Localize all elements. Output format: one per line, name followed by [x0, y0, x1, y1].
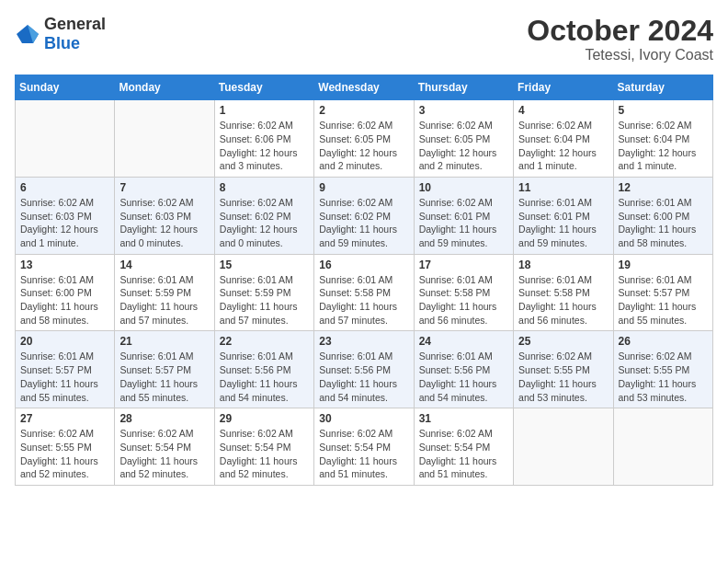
day-info: Sunrise: 6:01 AMSunset: 5:59 PMDaylight:… — [220, 273, 309, 327]
calendar-cell: 6Sunrise: 6:02 AMSunset: 6:03 PMDaylight… — [16, 177, 115, 254]
day-info: Sunrise: 6:01 AMSunset: 5:57 PMDaylight:… — [20, 350, 109, 404]
calendar-cell: 1Sunrise: 6:02 AMSunset: 6:06 PMDaylight… — [214, 100, 313, 178]
day-number: 18 — [518, 259, 608, 271]
day-info: Sunrise: 6:02 AMSunset: 5:54 PMDaylight:… — [419, 427, 508, 481]
day-info: Sunrise: 6:01 AMSunset: 6:01 PMDaylight:… — [518, 196, 608, 250]
day-number: 13 — [20, 259, 109, 271]
day-number: 24 — [419, 335, 508, 348]
calendar-cell: 31Sunrise: 6:02 AMSunset: 5:54 PMDayligh… — [414, 408, 513, 486]
day-number: 11 — [518, 181, 608, 194]
calendar-cell: 9Sunrise: 6:02 AMSunset: 6:02 PMDaylight… — [314, 177, 414, 254]
calendar-cell: 8Sunrise: 6:02 AMSunset: 6:02 PMDaylight… — [214, 177, 313, 254]
calendar-cell: 15Sunrise: 6:01 AMSunset: 5:59 PMDayligh… — [214, 254, 313, 331]
day-number: 8 — [220, 181, 309, 194]
calendar-row: 20Sunrise: 6:01 AMSunset: 5:57 PMDayligh… — [16, 331, 713, 408]
calendar-cell — [613, 408, 712, 486]
day-number: 2 — [319, 104, 408, 117]
calendar-row: 1Sunrise: 6:02 AMSunset: 6:06 PMDaylight… — [16, 100, 713, 178]
calendar-cell: 5Sunrise: 6:02 AMSunset: 6:04 PMDaylight… — [613, 100, 712, 178]
day-number: 3 — [419, 104, 508, 117]
day-number: 26 — [619, 335, 708, 348]
day-info: Sunrise: 6:02 AMSunset: 5:54 PMDaylight:… — [220, 427, 309, 481]
day-number: 31 — [419, 412, 508, 425]
logo: General Blue — [15, 15, 106, 53]
weekday-header: Saturday — [613, 75, 712, 100]
calendar-cell: 3Sunrise: 6:02 AMSunset: 6:05 PMDaylight… — [414, 100, 513, 178]
page-header: General Blue October 2024 Tetessi, Ivory… — [15, 15, 713, 63]
day-number: 6 — [20, 181, 109, 194]
day-info: Sunrise: 6:02 AMSunset: 5:55 PMDaylight:… — [619, 350, 708, 404]
calendar-cell — [115, 100, 214, 178]
day-number: 16 — [319, 259, 408, 271]
day-number: 12 — [619, 181, 708, 194]
calendar-table: SundayMondayTuesdayWednesdayThursdayFrid… — [15, 75, 713, 486]
day-number: 14 — [119, 259, 209, 271]
calendar-cell: 23Sunrise: 6:01 AMSunset: 5:56 PMDayligh… — [314, 331, 414, 408]
calendar-cell: 21Sunrise: 6:01 AMSunset: 5:57 PMDayligh… — [115, 331, 214, 408]
day-info: Sunrise: 6:01 AMSunset: 5:59 PMDaylight:… — [119, 273, 209, 327]
weekday-header: Thursday — [414, 75, 513, 100]
day-info: Sunrise: 6:02 AMSunset: 6:04 PMDaylight:… — [619, 119, 708, 173]
logo-icon — [15, 21, 40, 47]
day-number: 10 — [419, 181, 508, 194]
calendar-cell: 20Sunrise: 6:01 AMSunset: 5:57 PMDayligh… — [16, 331, 115, 408]
day-info: Sunrise: 6:02 AMSunset: 6:06 PMDaylight:… — [220, 119, 309, 173]
day-info: Sunrise: 6:02 AMSunset: 6:04 PMDaylight:… — [518, 119, 608, 173]
day-info: Sunrise: 6:02 AMSunset: 6:03 PMDaylight:… — [20, 196, 109, 250]
day-info: Sunrise: 6:01 AMSunset: 5:58 PMDaylight:… — [319, 273, 408, 327]
day-info: Sunrise: 6:01 AMSunset: 6:00 PMDaylight:… — [20, 273, 109, 327]
day-number: 20 — [20, 335, 109, 348]
calendar-cell: 16Sunrise: 6:01 AMSunset: 5:58 PMDayligh… — [314, 254, 414, 331]
day-info: Sunrise: 6:01 AMSunset: 5:57 PMDaylight:… — [119, 350, 209, 404]
day-info: Sunrise: 6:02 AMSunset: 6:05 PMDaylight:… — [419, 119, 508, 173]
day-number: 15 — [220, 259, 309, 271]
calendar-header-row: SundayMondayTuesdayWednesdayThursdayFrid… — [16, 75, 713, 100]
weekday-header: Friday — [514, 75, 613, 100]
location: Tetessi, Ivory Coast — [527, 47, 713, 63]
calendar-row: 13Sunrise: 6:01 AMSunset: 6:00 PMDayligh… — [16, 254, 713, 331]
day-info: Sunrise: 6:02 AMSunset: 6:05 PMDaylight:… — [319, 119, 408, 173]
calendar-row: 27Sunrise: 6:02 AMSunset: 5:55 PMDayligh… — [16, 408, 713, 486]
day-info: Sunrise: 6:02 AMSunset: 6:01 PMDaylight:… — [419, 196, 508, 250]
day-number: 27 — [20, 412, 109, 425]
weekday-header: Tuesday — [214, 75, 313, 100]
calendar-cell: 27Sunrise: 6:02 AMSunset: 5:55 PMDayligh… — [16, 408, 115, 486]
day-number: 9 — [319, 181, 408, 194]
day-number: 28 — [119, 412, 209, 425]
calendar-cell: 17Sunrise: 6:01 AMSunset: 5:58 PMDayligh… — [414, 254, 513, 331]
day-info: Sunrise: 6:02 AMSunset: 5:55 PMDaylight:… — [518, 350, 608, 404]
calendar-cell: 30Sunrise: 6:02 AMSunset: 5:54 PMDayligh… — [314, 408, 414, 486]
calendar-cell: 26Sunrise: 6:02 AMSunset: 5:55 PMDayligh… — [613, 331, 712, 408]
weekday-header: Sunday — [16, 75, 115, 100]
calendar-cell: 13Sunrise: 6:01 AMSunset: 6:00 PMDayligh… — [16, 254, 115, 331]
day-info: Sunrise: 6:02 AMSunset: 5:54 PMDaylight:… — [319, 427, 408, 481]
day-number: 7 — [119, 181, 209, 194]
calendar-cell: 10Sunrise: 6:02 AMSunset: 6:01 PMDayligh… — [414, 177, 513, 254]
calendar-cell — [514, 408, 613, 486]
day-number: 29 — [220, 412, 309, 425]
calendar-cell: 11Sunrise: 6:01 AMSunset: 6:01 PMDayligh… — [514, 177, 613, 254]
calendar-cell — [16, 100, 115, 178]
day-number: 23 — [319, 335, 408, 348]
day-info: Sunrise: 6:02 AMSunset: 5:54 PMDaylight:… — [119, 427, 209, 481]
day-number: 22 — [220, 335, 309, 348]
day-info: Sunrise: 6:01 AMSunset: 5:58 PMDaylight:… — [518, 273, 608, 327]
calendar-cell: 24Sunrise: 6:01 AMSunset: 5:56 PMDayligh… — [414, 331, 513, 408]
calendar-cell: 22Sunrise: 6:01 AMSunset: 5:56 PMDayligh… — [214, 331, 313, 408]
weekday-header: Wednesday — [314, 75, 414, 100]
calendar-cell: 4Sunrise: 6:02 AMSunset: 6:04 PMDaylight… — [514, 100, 613, 178]
day-info: Sunrise: 6:01 AMSunset: 5:56 PMDaylight:… — [419, 350, 508, 404]
day-info: Sunrise: 6:02 AMSunset: 6:03 PMDaylight:… — [119, 196, 209, 250]
calendar-cell: 7Sunrise: 6:02 AMSunset: 6:03 PMDaylight… — [115, 177, 214, 254]
day-number: 19 — [619, 259, 708, 271]
day-info: Sunrise: 6:01 AMSunset: 5:56 PMDaylight:… — [319, 350, 408, 404]
day-info: Sunrise: 6:02 AMSunset: 6:02 PMDaylight:… — [220, 196, 309, 250]
calendar-cell: 14Sunrise: 6:01 AMSunset: 5:59 PMDayligh… — [115, 254, 214, 331]
day-number: 5 — [619, 104, 708, 117]
day-number: 1 — [220, 104, 309, 117]
title-block: October 2024 Tetessi, Ivory Coast — [527, 15, 713, 63]
day-number: 4 — [518, 104, 608, 117]
day-number: 30 — [319, 412, 408, 425]
calendar-cell: 2Sunrise: 6:02 AMSunset: 6:05 PMDaylight… — [314, 100, 414, 178]
day-info: Sunrise: 6:02 AMSunset: 5:55 PMDaylight:… — [20, 427, 109, 481]
